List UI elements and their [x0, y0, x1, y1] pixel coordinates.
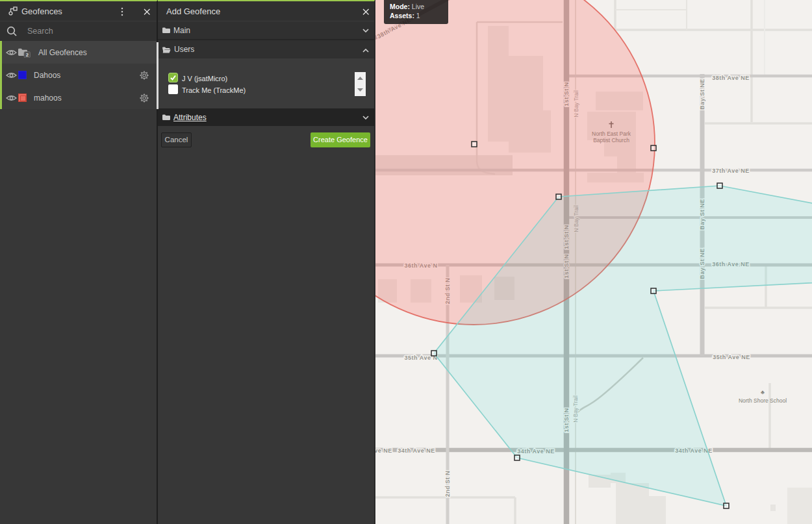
svg-text:2nd St N: 2nd St N — [444, 471, 451, 497]
svg-text:Bay St NE: Bay St NE — [699, 79, 705, 110]
svg-text:34th Ave NE: 34th Ave NE — [375, 447, 392, 454]
svg-text:38th Ave NE: 38th Ave NE — [712, 75, 749, 81]
svg-text:37th Ave NE: 37th Ave NE — [712, 168, 749, 174]
svg-text:North Shore School: North Shore School — [739, 397, 787, 404]
svg-text:2: 2 — [26, 52, 29, 58]
svg-text:♣: ♣ — [761, 389, 765, 395]
svg-text:35th Ave NE: 35th Ave NE — [713, 354, 750, 360]
svg-text:34th Ave NE: 34th Ave NE — [398, 447, 435, 454]
